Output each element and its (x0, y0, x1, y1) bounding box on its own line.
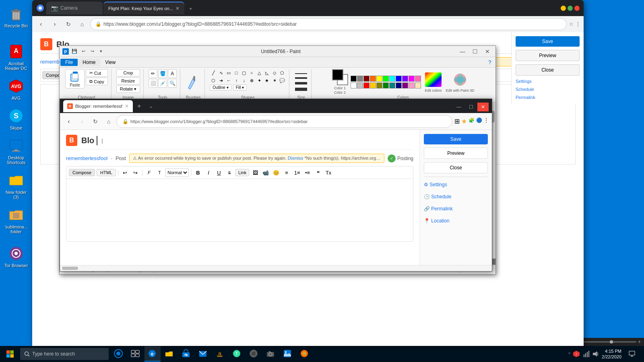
settings-link[interactable]: Settings (516, 79, 580, 84)
html-tab-fg[interactable]: HTML (97, 169, 116, 176)
fg-home-btn[interactable]: ⌂ (103, 116, 114, 127)
new-tab-btn-bg[interactable]: + (185, 3, 196, 14)
edit-colors-icon[interactable] (423, 72, 444, 88)
size-line-4[interactable] (295, 88, 307, 91)
star5-btn[interactable]: ★ (263, 77, 270, 84)
paint-minimize-btn[interactable]: — (456, 47, 469, 56)
zoom-btn[interactable]: 🔍 (168, 79, 177, 88)
font-size-btn-fg[interactable]: T (155, 168, 164, 177)
star6-btn[interactable]: ✶ (271, 77, 278, 84)
fill-btn[interactable]: 🪣 (158, 69, 167, 78)
desktop-icon-skype[interactable]: S Skype (2, 106, 31, 132)
network-icon[interactable] (582, 350, 590, 358)
post-settings-link[interactable]: ⚙ Settings (424, 180, 488, 189)
tab-flight-plan-bg[interactable]: Flight Plan: Keep Your Eyes on... ✕ (103, 2, 184, 14)
color-darkred[interactable] (363, 76, 369, 82)
fg-back-btn[interactable]: ‹ (63, 116, 74, 127)
color-navy[interactable] (396, 82, 402, 88)
paint-file-menu[interactable]: File (60, 59, 78, 66)
close-btn-sidebar[interactable]: Close (516, 64, 580, 76)
preview-btn-fg[interactable]: Preview (424, 148, 488, 159)
bg-zoom-slider[interactable] (583, 341, 636, 343)
line-shape-btn[interactable]: ╱ (210, 69, 217, 76)
taskbar-optical[interactable] (246, 346, 262, 362)
color-gray[interactable] (357, 76, 363, 82)
fg-profile-icon[interactable]: 🔵 (476, 117, 482, 125)
post-permalink-link[interactable]: 🔗 Permalink (424, 204, 488, 213)
taskbar-mail[interactable] (195, 346, 211, 362)
clear-format-btn-fg[interactable]: Tx (324, 168, 333, 177)
paint-view-menu[interactable]: View (100, 59, 120, 66)
fg-refresh-btn[interactable]: ↻ (90, 116, 101, 127)
color-silver[interactable] (357, 82, 363, 88)
tab-camera-bg[interactable]: 📷 Camera (46, 2, 103, 14)
tab-close-blogger-fg[interactable]: ✕ (125, 103, 129, 109)
tray-expand-btn[interactable]: ^ (568, 352, 570, 356)
save-btn[interactable]: Save (516, 36, 580, 47)
post-text-area-fg[interactable] (66, 179, 413, 241)
fg-url-bar[interactable]: 🔒 https://www.blogger.com/u/1/blogger.g?… (116, 115, 452, 128)
close-btn-fg[interactable]: Close (424, 162, 488, 173)
fg-close-btn[interactable]: ✕ (477, 103, 489, 111)
color-teal[interactable] (389, 82, 395, 88)
4way-arrow-btn[interactable]: ⊕ (248, 77, 255, 84)
desktop-icon-avg[interactable]: AVG AVG (2, 76, 31, 102)
new-tab-btn-fg[interactable]: + (134, 101, 144, 111)
quick-access-undo-btn[interactable]: ↩ (79, 47, 87, 56)
down-arrow-btn[interactable]: ↓ (240, 77, 248, 84)
close-btn-bg[interactable] (574, 6, 580, 11)
permalink-link[interactable]: Permalink (516, 95, 580, 100)
color-red[interactable] (363, 82, 369, 88)
cut-btn[interactable]: ✂ Cut (86, 69, 108, 77)
taskbar-clock[interactable]: 4:15 PM 2/22/2020 (602, 348, 621, 360)
taskbar-search[interactable]: Type here to search (20, 348, 109, 360)
color-yellow[interactable] (376, 76, 382, 82)
edit-paint3d-icon[interactable] (450, 72, 470, 88)
bold-btn-fg[interactable]: B (194, 168, 202, 177)
underline-btn-fg[interactable]: U (215, 168, 223, 177)
pentagon-btn[interactable]: ⬠ (279, 69, 286, 76)
picker-btn[interactable]: 💉 (158, 79, 167, 88)
desktop-icon-acrobat[interactable]: A Acrobat Reader DC (2, 42, 31, 72)
fg-extensions-icon[interactable]: 🧩 (469, 117, 475, 125)
color-orange[interactable] (370, 76, 376, 82)
paint-maximize-btn[interactable]: ☐ (469, 47, 481, 56)
color-magenta[interactable] (409, 76, 415, 82)
taskbar-cortana[interactable] (111, 346, 127, 362)
color-olive[interactable] (376, 82, 382, 88)
fg-minimize-btn[interactable]: — (453, 103, 464, 111)
bookmark-icon-bg[interactable]: ☆ (569, 21, 574, 27)
taskbar-edge[interactable]: e (144, 346, 161, 362)
fg-hscrollbar[interactable] (60, 265, 492, 271)
size-line-1[interactable] (295, 73, 307, 74)
pencil-btn[interactable]: ✏ (149, 69, 157, 78)
italic-btn-fg[interactable]: I (204, 168, 213, 177)
minimize-btn-bg[interactable] (561, 6, 566, 11)
strikethrough-btn-fg[interactable]: S̶ (225, 168, 234, 177)
bg-zoom-handle[interactable] (610, 340, 613, 343)
back-btn-bg[interactable]: ‹ (35, 19, 47, 30)
compose-tab-fg[interactable]: Compose (69, 169, 95, 176)
ordered-list-btn-fg[interactable]: 1≡ (293, 168, 301, 177)
color-lightpink[interactable] (409, 82, 415, 88)
ellipse-btn[interactable]: ○ (248, 69, 255, 76)
forward-btn-bg[interactable]: › (49, 19, 60, 30)
color-darkpurple[interactable] (402, 82, 408, 88)
rotate-btn[interactable]: Rotate ▾ (116, 85, 140, 93)
hexagon-btn[interactable]: ⬡ (210, 77, 217, 84)
taskbar-photos[interactable] (280, 346, 296, 362)
save-btn-fg[interactable]: Save (424, 134, 488, 144)
diamond-btn[interactable]: ◇ (271, 69, 278, 76)
outline-btn[interactable]: Outline ▾ (210, 84, 231, 90)
color-green[interactable] (383, 82, 389, 88)
paste-btn[interactable]: Paste (65, 69, 85, 88)
copy-btn[interactable]: ⧉ Copy (86, 78, 108, 85)
paint-home-menu[interactable]: Home (78, 59, 100, 66)
taskbar-firefox[interactable] (297, 346, 313, 362)
redo-btn-fg[interactable]: ↪ (131, 168, 140, 177)
refresh-btn-bg[interactable]: ↻ (63, 19, 74, 30)
action-center-btn[interactable] (624, 346, 640, 362)
home-btn-bg[interactable]: ⌂ (76, 19, 88, 30)
taskbar-task-view[interactable] (128, 346, 144, 362)
eraser-btn[interactable]: ⬜ (149, 79, 157, 88)
